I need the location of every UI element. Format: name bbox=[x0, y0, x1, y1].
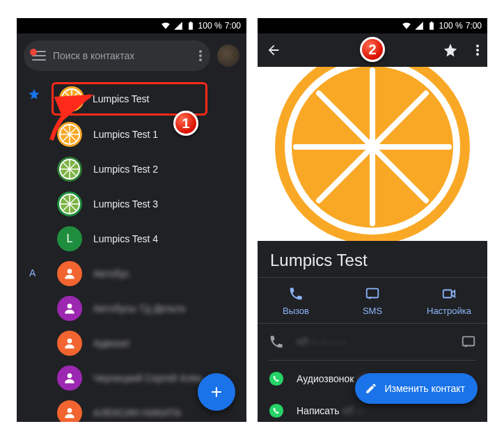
action-sms[interactable]: SMS bbox=[334, 278, 411, 323]
avatar-person bbox=[57, 366, 82, 391]
edit-contact-label: Изменить контакт bbox=[384, 383, 465, 394]
search-input[interactable]: Поиск в контактах bbox=[24, 40, 210, 71]
contact-name: Чернецкий Сергей Алек... bbox=[93, 372, 210, 384]
avatar-person bbox=[57, 331, 82, 356]
svg-rect-45 bbox=[367, 289, 379, 298]
message-icon bbox=[365, 286, 380, 301]
action-label: Настройка bbox=[427, 306, 471, 316]
avatar-person bbox=[57, 296, 82, 321]
avatar-person bbox=[57, 261, 82, 286]
orange-slice-icon bbox=[268, 67, 477, 241]
pencil-icon bbox=[365, 382, 377, 395]
svg-rect-0 bbox=[189, 22, 193, 30]
phone-icon bbox=[269, 334, 284, 349]
whatsapp-write-label: Написать +7 ··· bbox=[297, 405, 364, 416]
svg-point-31 bbox=[68, 304, 72, 308]
contact-hero-image bbox=[258, 67, 487, 241]
arrow-icon bbox=[38, 88, 114, 150]
contact-item[interactable]: L Lumpics Test 4 bbox=[17, 221, 246, 256]
callout-2: 2 bbox=[360, 37, 385, 62]
contact-name: Адвокат bbox=[93, 338, 130, 349]
phone-left: 100 % 7:00 Поиск в контактах Lumpics Tes… bbox=[17, 18, 246, 422]
contact-name: Lumpics Test 3 bbox=[93, 198, 158, 210]
menu-icon[interactable] bbox=[32, 51, 46, 61]
contact-name: АЛЕКСИН НИКИТА bbox=[93, 407, 181, 418]
edit-contact-fab[interactable]: Изменить контакт bbox=[355, 373, 478, 404]
status-battery: 100 % bbox=[439, 21, 463, 31]
contact-name: Автобус bbox=[93, 268, 129, 279]
account-avatar[interactable] bbox=[217, 45, 239, 67]
svg-point-30 bbox=[68, 269, 72, 274]
more-vert-icon[interactable] bbox=[476, 45, 479, 56]
avatar-person bbox=[57, 400, 82, 422]
status-time: 7:00 bbox=[466, 21, 482, 31]
whatsapp-icon bbox=[269, 371, 284, 386]
svg-rect-35 bbox=[430, 22, 434, 30]
add-contact-fab[interactable]: + bbox=[198, 373, 235, 411]
svg-point-48 bbox=[269, 372, 283, 386]
more-vert-icon[interactable] bbox=[199, 50, 202, 61]
status-bar: 100 % 7:00 bbox=[17, 18, 246, 33]
svg-point-32 bbox=[68, 338, 72, 343]
phone-number: +7 ··· ··· ·· ·· bbox=[297, 336, 448, 347]
status-time: 7:00 bbox=[225, 21, 241, 31]
signal-icon bbox=[414, 21, 424, 31]
contact-name: Автобусы Тд Дельта bbox=[93, 303, 185, 314]
whatsapp-icon bbox=[269, 403, 284, 418]
svg-rect-1 bbox=[189, 22, 191, 23]
action-label: SMS bbox=[363, 306, 382, 316]
svg-rect-46 bbox=[443, 290, 452, 298]
battery-icon bbox=[427, 21, 436, 31]
status-battery: 100 % bbox=[198, 21, 222, 31]
signal-icon bbox=[173, 21, 183, 31]
contact-name: Lumpics Test 4 bbox=[93, 233, 158, 244]
battery-icon bbox=[186, 21, 196, 31]
avatar-icon bbox=[57, 157, 82, 182]
phone-right: 100 % 7:00 Lumpics Test Вызов bbox=[258, 18, 487, 422]
message-icon[interactable] bbox=[461, 334, 476, 349]
avatar-letter: L bbox=[57, 226, 82, 251]
star-icon[interactable] bbox=[443, 42, 458, 58]
contact-item[interactable]: Lumpics Test 2 bbox=[17, 152, 246, 187]
svg-point-49 bbox=[269, 404, 283, 418]
contact-item[interactable]: Автобус bbox=[17, 256, 246, 291]
search-row: Поиск в контактах bbox=[17, 33, 246, 77]
svg-rect-47 bbox=[463, 337, 475, 346]
action-row: Вызов SMS Настройка bbox=[258, 277, 487, 324]
svg-point-44 bbox=[365, 140, 379, 154]
svg-point-33 bbox=[68, 373, 72, 378]
contact-detail-name: Lumpics Test bbox=[258, 241, 487, 277]
action-call[interactable]: Вызов bbox=[258, 278, 334, 323]
contact-item[interactable]: Lumpics Test 3 bbox=[17, 187, 246, 221]
contact-item[interactable]: Автобусы Тд Дельта bbox=[17, 291, 246, 326]
search-placeholder: Поиск в контактах bbox=[53, 50, 192, 61]
status-bar: 100 % 7:00 bbox=[258, 18, 487, 33]
svg-point-34 bbox=[68, 408, 72, 413]
callout-1: 1 bbox=[173, 111, 198, 136]
action-video[interactable]: Настройка bbox=[411, 278, 487, 323]
svg-rect-36 bbox=[430, 22, 432, 23]
phone-icon bbox=[288, 286, 304, 301]
action-label: Вызов bbox=[283, 306, 309, 316]
video-icon bbox=[441, 286, 457, 301]
avatar-icon bbox=[57, 191, 82, 217]
contact-name: Lumpics Test 2 bbox=[93, 164, 158, 175]
contact-item[interactable]: Адвокат bbox=[17, 326, 246, 361]
wifi-icon bbox=[402, 21, 411, 31]
back-icon[interactable] bbox=[266, 42, 281, 58]
wifi-icon bbox=[161, 21, 171, 31]
phone-row[interactable]: +7 ··· ··· ·· ·· bbox=[258, 324, 487, 360]
